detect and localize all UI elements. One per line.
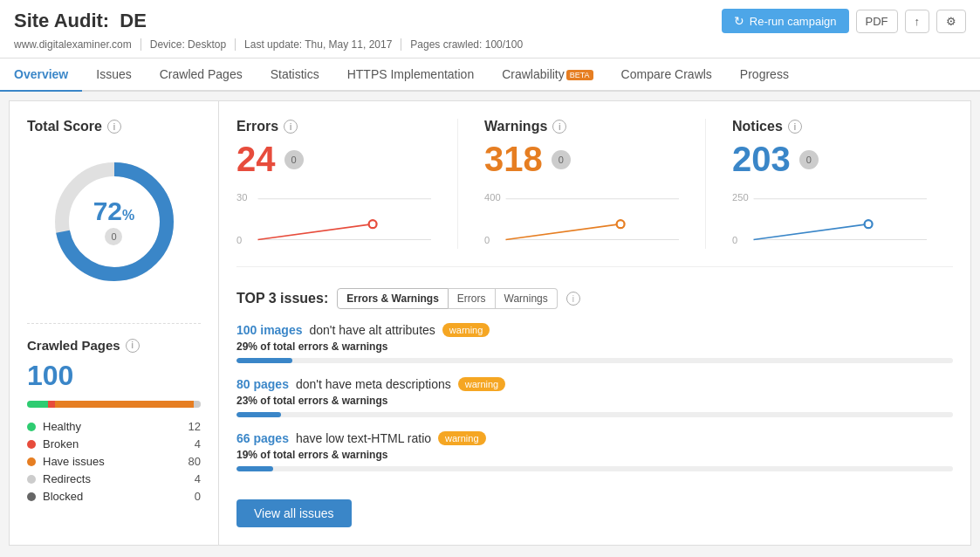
top3-title: TOP 3 issues:: [236, 291, 328, 306]
total-score-info-icon[interactable]: i: [107, 120, 121, 134]
issue-bar-fill: [236, 412, 281, 417]
legend-item: Redirects 4: [27, 472, 201, 485]
donut-percent-number: 72: [93, 196, 122, 225]
device-info: Device: Desktop: [141, 38, 236, 51]
legend-label: Blocked: [43, 490, 83, 503]
issue-description: have low text-HTML ratio: [296, 431, 431, 445]
view-all-button[interactable]: View all issues: [236, 499, 352, 527]
tab-statistics[interactable]: Statistics: [257, 58, 333, 92]
meta-row: www.digitalexaminer.com Device: Desktop …: [14, 38, 966, 58]
metric-info-icon[interactable]: i: [284, 120, 298, 134]
rerun-button[interactable]: ↻ Re-run campaign: [722, 9, 849, 33]
crawled-count: 100: [27, 360, 201, 392]
issue-description: don't have alt attributes: [310, 323, 435, 337]
title-text: Site Audit:: [14, 10, 109, 31]
top3-info-icon[interactable]: i: [566, 292, 580, 306]
metric-info-icon[interactable]: i: [552, 120, 566, 134]
donut-percent-value: 72%: [93, 198, 135, 224]
beta-badge: BETA: [566, 70, 593, 80]
right-panel: Errors i 24 0 30 0 Warnings i: [219, 101, 970, 545]
filter-btn-group: Errors & WarningsErrorsWarnings: [337, 288, 558, 309]
tab-issues[interactable]: Issues: [82, 58, 145, 92]
svg-text:0: 0: [236, 235, 242, 245]
legend-count: 0: [195, 490, 201, 503]
issue-bar-bg: [236, 466, 953, 471]
legend-left: Blocked: [27, 490, 83, 503]
crawled-info-icon[interactable]: i: [126, 339, 140, 353]
metric-value: 203: [732, 140, 791, 179]
share-button[interactable]: ↑: [905, 10, 930, 33]
legend-dot: [27, 475, 36, 484]
donut-percent-sign: %: [122, 208, 134, 223]
legend-item: Have issues 80: [27, 455, 201, 468]
left-panel: Total Score i 72% 0 Crawled Pages i 100: [10, 101, 219, 545]
donut-center: 72% 0: [93, 198, 135, 245]
issue-subtitle: 19% of total errors & warnings: [236, 449, 953, 461]
issue-warning-badge: warning: [438, 431, 486, 445]
legend-label: Have issues: [43, 455, 105, 468]
issue-pct: 19% of total errors & warnings: [236, 449, 387, 461]
issue-link[interactable]: 100 images: [236, 323, 303, 337]
filter-btn-errors[interactable]: Errors: [449, 288, 496, 309]
divider-1: [27, 323, 201, 324]
site-url: www.digitalexaminer.com: [14, 38, 141, 51]
issue-item: 100 images don't have alt attributes war…: [236, 323, 953, 363]
metric-value: 24: [236, 140, 276, 179]
legend-count: 80: [188, 455, 201, 468]
issue-link[interactable]: 66 pages: [236, 431, 289, 445]
svg-text:400: 400: [484, 192, 501, 203]
donut-badge: 0: [105, 228, 122, 245]
issue-warning-badge: warning: [442, 323, 490, 337]
tab-compare-crawls[interactable]: Compare Crawls: [607, 58, 726, 92]
tab-crawled-pages[interactable]: Crawled Pages: [146, 58, 257, 92]
metric-label: Errors i: [236, 119, 431, 134]
issue-subtitle: 29% of total errors & warnings: [236, 340, 953, 353]
donut-chart: 72% 0: [27, 152, 201, 292]
filter-btn-warnings[interactable]: Warnings: [496, 288, 558, 309]
issue-title: 100 images don't have alt attributes war…: [236, 323, 953, 337]
title-row: Site Audit: DE ↻ Re-run campaign PDF ↑ ⚙: [14, 9, 966, 38]
issue-bar-fill: [236, 466, 273, 471]
settings-button[interactable]: ⚙: [936, 10, 966, 33]
svg-point-11: [617, 220, 625, 228]
metric-value-row: 24 0: [236, 140, 431, 179]
issue-bar-bg: [236, 412, 953, 417]
page-title: Site Audit: DE: [14, 10, 147, 32]
legend-count: 4: [195, 437, 201, 450]
issue-bar-bg: [236, 358, 953, 363]
metric-badge: 0: [799, 150, 819, 169]
legend: Healthy 12 Broken 4 Have issues 80 Redir…: [27, 420, 201, 503]
mini-chart-svg: 250 0: [732, 188, 927, 249]
crawled-progress-bar: [27, 401, 201, 408]
tab-overview[interactable]: Overview: [0, 58, 82, 92]
issue-title: 66 pages have low text-HTML ratio warnin…: [236, 431, 953, 445]
mini-chart: 30 0: [236, 188, 431, 249]
progress-broken: [48, 401, 55, 408]
issues-list: 100 images don't have alt attributes war…: [236, 323, 953, 471]
metric-info-icon[interactable]: i: [788, 120, 802, 134]
metric-block-warnings: Warnings i 318 0 400 0: [484, 119, 706, 249]
tab-https-implementation[interactable]: HTTPS Implementation: [333, 58, 489, 92]
filter-btn-errors-&-warnings[interactable]: Errors & Warnings: [337, 288, 449, 309]
pdf-button[interactable]: PDF: [856, 10, 898, 33]
rerun-label: Re-run campaign: [750, 15, 837, 28]
metric-value-row: 203 0: [732, 140, 927, 179]
tab-crawlability[interactable]: CrawlabilityBETA: [488, 58, 607, 92]
pages-crawled: Pages crawled: 100/100: [401, 38, 531, 51]
issue-pct: 29% of total errors & warnings: [236, 340, 387, 353]
legend-count: 12: [188, 420, 201, 433]
issue-subtitle: 23% of total errors & warnings: [236, 395, 953, 407]
legend-item: Blocked 0: [27, 490, 201, 503]
tab-progress[interactable]: Progress: [726, 58, 803, 92]
crawled-pages-section: Crawled Pages i: [27, 338, 201, 353]
metric-block-notices: Notices i 203 0 250 0: [732, 119, 953, 249]
mini-chart: 400 0: [484, 188, 679, 249]
metric-label-text: Notices: [732, 119, 783, 134]
issue-item: 80 pages don't have meta descriptions wa…: [236, 377, 953, 417]
svg-text:250: 250: [732, 192, 749, 203]
metric-badge: 0: [552, 150, 571, 169]
issue-link[interactable]: 80 pages: [236, 377, 289, 391]
svg-text:0: 0: [484, 235, 490, 245]
total-score-section: Total Score i: [27, 119, 201, 134]
progress-issues: [55, 401, 194, 408]
